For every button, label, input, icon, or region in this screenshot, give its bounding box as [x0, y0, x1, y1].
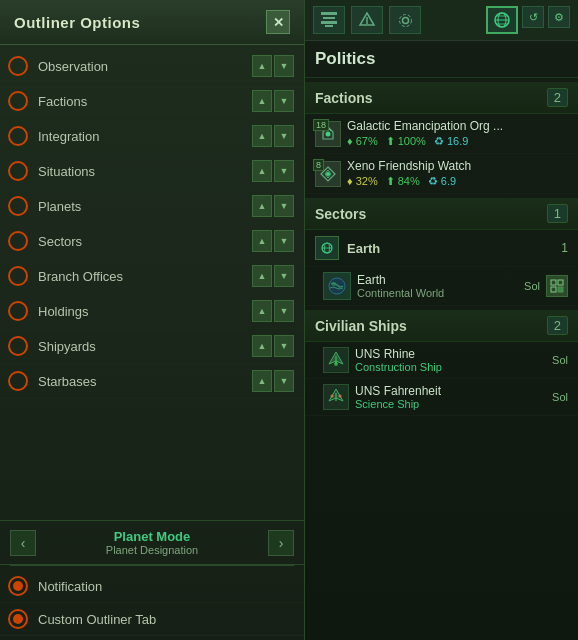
svg-point-29: [334, 362, 338, 366]
toggle-custom-tab[interactable]: [8, 609, 28, 629]
arrow-up[interactable]: ▲: [252, 55, 272, 77]
list-item-custom-tab[interactable]: Custom Outliner Tab: [0, 603, 304, 636]
toggle-sectors[interactable]: [8, 231, 28, 251]
arrow-up[interactable]: ▲: [252, 300, 272, 322]
column-icon-button[interactable]: [313, 6, 345, 34]
arrow-down[interactable]: ▼: [274, 230, 294, 252]
item-label-situations: Situations: [38, 164, 252, 179]
item-label-sectors: Sectors: [38, 234, 252, 249]
factions-section-header[interactable]: Factions 2: [305, 82, 578, 114]
sector-item-earth[interactable]: Earth 1: [305, 230, 578, 267]
arrow-up[interactable]: ▲: [252, 90, 272, 112]
bottom-items: Notification Custom Outliner Tab: [0, 566, 304, 640]
toggle-integration[interactable]: [8, 126, 28, 146]
arrow-up[interactable]: ▲: [252, 370, 272, 392]
arrow-down[interactable]: ▼: [274, 90, 294, 112]
faction-name-1: Galactic Emancipation Org ...: [347, 119, 568, 133]
toggle-starbases[interactable]: [8, 371, 28, 391]
arrow-down[interactable]: ▼: [274, 335, 294, 357]
list-item[interactable]: Integration ▲ ▼: [0, 119, 304, 154]
faction-icon-2: 8: [315, 161, 341, 187]
faction-stat-influence: ♻ 16.9: [434, 135, 468, 148]
right-panel: ↺ ⚙ Politics Factions 2 18 Galactic Eman…: [305, 0, 578, 640]
faction-num-2: 8: [313, 159, 324, 171]
toggle-shipyards[interactable]: [8, 336, 28, 356]
toggle-factions[interactable]: [8, 91, 28, 111]
arrow-down[interactable]: ▼: [274, 160, 294, 182]
list-item[interactable]: Branch Offices ▲ ▼: [0, 259, 304, 294]
list-item[interactable]: Factions ▲ ▼: [0, 84, 304, 119]
globe-icon-button[interactable]: [486, 6, 518, 34]
faction-stat-approval-2: ♦ 32%: [347, 175, 378, 188]
sector-name-earth: Earth: [347, 241, 553, 256]
toggle-observation[interactable]: [8, 56, 28, 76]
list-item[interactable]: Situations ▲ ▼: [0, 154, 304, 189]
item-label-shipyards: Shipyards: [38, 339, 252, 354]
list-item[interactable]: Sectors ▲ ▼: [0, 224, 304, 259]
arrow-up[interactable]: ▲: [252, 230, 272, 252]
arrow-up[interactable]: ▲: [252, 265, 272, 287]
item-label-holdings: Holdings: [38, 304, 252, 319]
ship-location-rhine: Sol: [552, 354, 568, 366]
list-item[interactable]: Observation ▲ ▼: [0, 49, 304, 84]
gear-icon-button[interactable]: [389, 6, 421, 34]
outliner-title: Outliner Options: [14, 14, 140, 31]
faction-stat-influence-2: ♻ 6.9: [428, 175, 456, 188]
planet-item-earth[interactable]: Earth Continental World Sol: [305, 267, 578, 306]
arrow-down[interactable]: ▼: [274, 300, 294, 322]
arrow-down[interactable]: ▼: [274, 125, 294, 147]
sector-icon-earth: [315, 236, 339, 260]
svg-point-7: [399, 14, 411, 26]
ship-type-rhine: Construction Ship: [355, 361, 546, 373]
arrows-sectors: ▲ ▼: [252, 230, 294, 252]
arrows-observation: ▲ ▼: [252, 55, 294, 77]
arrow-up[interactable]: ▲: [252, 335, 272, 357]
refresh-button[interactable]: ↺: [522, 6, 544, 28]
toggle-situations[interactable]: [8, 161, 28, 181]
list-item[interactable]: Shipyards ▲ ▼: [0, 329, 304, 364]
list-item-notification[interactable]: Notification: [0, 570, 304, 603]
list-item[interactable]: Holdings ▲ ▼: [0, 294, 304, 329]
toggle-branch-offices[interactable]: [8, 266, 28, 286]
arrow-up[interactable]: ▲: [252, 195, 272, 217]
planet-action-earth[interactable]: [546, 275, 568, 297]
sectors-count: 1: [547, 204, 568, 223]
planet-mode-next[interactable]: ›: [268, 530, 294, 556]
faction-item-2[interactable]: 8 Xeno Friendship Watch ♦ 32% ⬆ 84% ♻ 6.…: [305, 154, 578, 194]
ship-icon-rhine: [323, 347, 349, 373]
arrow-down[interactable]: ▼: [274, 195, 294, 217]
toggle-holdings[interactable]: [8, 301, 28, 321]
svg-rect-2: [321, 21, 337, 24]
ship-item-fahrenheit[interactable]: UNS Fahrenheit Science Ship Sol: [305, 379, 578, 416]
arrow-up[interactable]: ▲: [252, 125, 272, 147]
list-item[interactable]: Starbases ▲ ▼: [0, 364, 304, 399]
ship-item-rhine[interactable]: UNS Rhine Construction Ship Sol: [305, 342, 578, 379]
settings-button[interactable]: ⚙: [548, 6, 570, 28]
svg-point-13: [326, 131, 331, 136]
list-item[interactable]: Planets ▲ ▼: [0, 189, 304, 224]
item-label-integration: Integration: [38, 129, 252, 144]
sectors-section-header[interactable]: Sectors 1: [305, 198, 578, 230]
arrows-situations: ▲ ▼: [252, 160, 294, 182]
faction-item-1[interactable]: 18 Galactic Emancipation Org ... ♦ 67% ⬆…: [305, 114, 578, 154]
svg-point-21: [332, 282, 336, 286]
politics-header: Politics: [305, 41, 578, 78]
faction-num-1: 18: [313, 119, 329, 131]
arrows-factions: ▲ ▼: [252, 90, 294, 112]
civilian-ships-section-header[interactable]: Civilian Ships 2: [305, 310, 578, 342]
toggle-notification[interactable]: [8, 576, 28, 596]
politics-title: Politics: [315, 49, 568, 69]
planet-mode-prev[interactable]: ‹: [10, 530, 36, 556]
close-button[interactable]: ✕: [266, 10, 290, 34]
toggle-planets[interactable]: [8, 196, 28, 216]
right-content: Factions 2 18 Galactic Emancipation Org …: [305, 78, 578, 640]
faction-icon-1: 18: [315, 121, 341, 147]
ship-icon-button[interactable]: [351, 6, 383, 34]
faction-stat-approval: ♦ 67%: [347, 135, 378, 148]
arrows-branch-offices: ▲ ▼: [252, 265, 294, 287]
arrow-down[interactable]: ▼: [274, 265, 294, 287]
arrow-up[interactable]: ▲: [252, 160, 272, 182]
arrow-down[interactable]: ▼: [274, 370, 294, 392]
arrow-down[interactable]: ▼: [274, 55, 294, 77]
arrows-holdings: ▲ ▼: [252, 300, 294, 322]
